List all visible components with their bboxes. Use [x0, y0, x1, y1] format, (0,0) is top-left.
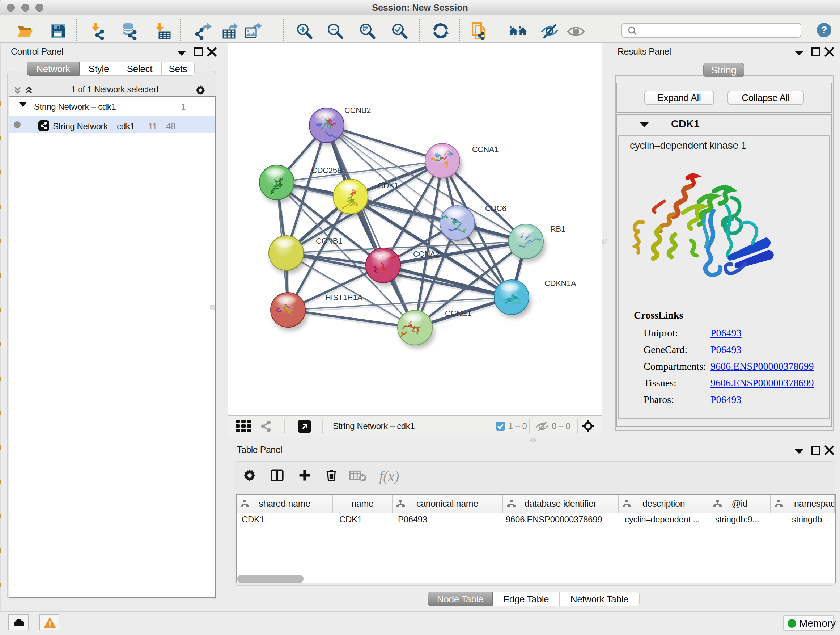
svg-text:CDKN1A: CDKN1A: [545, 279, 576, 288]
svg-text:CDC25B: CDC25B: [311, 166, 342, 175]
svg-text:CDC6: CDC6: [485, 204, 507, 213]
svg-text:CCNE1: CCNE1: [445, 309, 471, 318]
svg-text:?: ?: [821, 24, 827, 35]
svg-text:HIST1H1A: HIST1H1A: [325, 293, 363, 302]
svg-text:CCNB2: CCNB2: [344, 106, 371, 115]
svg-text:CCNB1: CCNB1: [316, 236, 342, 245]
svg-text:RB1: RB1: [550, 225, 565, 233]
svg-text:CCNA1: CCNA1: [472, 145, 499, 154]
svg-text:CCNA2: CCNA2: [413, 249, 439, 258]
svg-text:CDK1: CDK1: [378, 181, 399, 190]
